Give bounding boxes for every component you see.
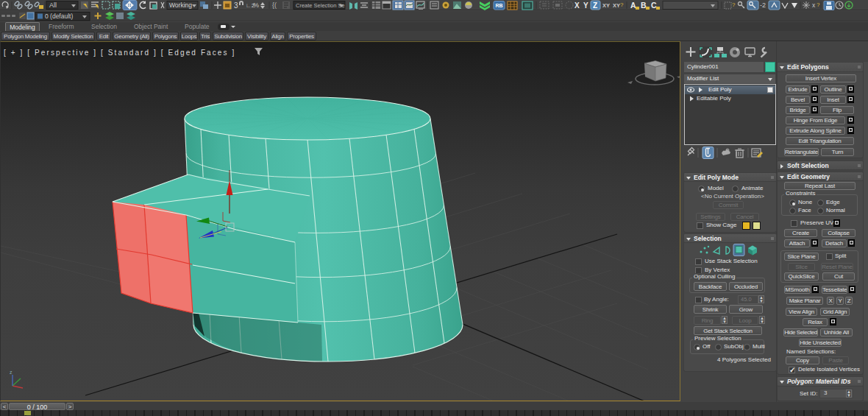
svg-text:x: x: [812, 1, 816, 9]
svg-text:0 (default): 0 (default): [45, 13, 73, 20]
svg-text:Y: Y: [583, 1, 588, 10]
svg-text:3: 3: [234, 1, 238, 10]
svg-text:C: C: [651, 1, 657, 10]
svg-text:A: A: [630, 1, 636, 10]
svg-text:RB: RB: [496, 3, 503, 8]
svg-text:?: ?: [817, 1, 820, 8]
svg-text:XY: XY: [602, 2, 610, 9]
svg-text:XY: XY: [613, 2, 620, 9]
svg-text:?: ?: [620, 1, 624, 8]
svg-text:Z: Z: [593, 1, 597, 10]
svg-text:Create Selection Se: Create Selection Se: [296, 2, 345, 9]
svg-text:%: %: [253, 1, 259, 9]
svg-text:Working: Working: [169, 1, 192, 9]
svg-text:B: B: [641, 1, 647, 10]
svg-text:?: ?: [732, 1, 736, 8]
svg-text:-2: -2: [760, 1, 766, 9]
svg-text:X: X: [574, 1, 580, 10]
svg-text:{(: {(: [272, 1, 277, 9]
svg-text:All: All: [49, 1, 57, 9]
svg-text:z: z: [10, 370, 13, 375]
